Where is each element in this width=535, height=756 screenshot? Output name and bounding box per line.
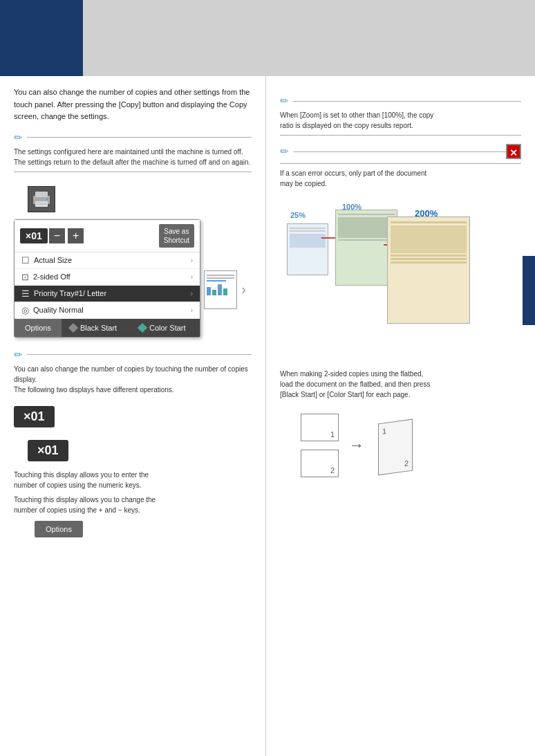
intro-text: You can also change the number of copies…	[14, 86, 252, 123]
page-1: 1	[301, 414, 339, 441]
main-content: You can also change the number of copies…	[0, 76, 535, 756]
zoom-label-200: 200%	[415, 208, 438, 219]
priority-tray-text: Priority Tray#1/ Letter	[34, 289, 191, 297]
header-gray-area	[83, 0, 535, 76]
actual-size-text: Actual Size	[34, 256, 191, 264]
note1-text: The settings configured here are maintai…	[14, 147, 252, 167]
pencil-icon-2: ✏	[14, 349, 23, 361]
black-start-button[interactable]: Black Start	[62, 319, 131, 337]
two-sided-diagram: 1 2 → 1 2	[301, 414, 521, 477]
actual-size-option[interactable]: ☐ Actual Size ›	[15, 252, 200, 269]
options-button[interactable]: Options	[15, 319, 62, 337]
two-sided-icon: ⊡	[21, 272, 29, 282]
priority-tray-option[interactable]: ☰ Priority Tray#1/ Letter ›	[15, 286, 200, 302]
two-sided-note-3: [Black Start] or [Color Start] for each …	[280, 389, 521, 400]
note3-line2: number of copies using the numeric keys.	[14, 480, 252, 490]
right-note1-line2: ratio is displayed on the copy results r…	[280, 120, 521, 131]
copies-control[interactable]: ×01 − +	[20, 228, 85, 243]
copies-display-area-1: ×01	[14, 403, 252, 430]
zoom-doc-25	[287, 223, 328, 275]
note2-line1: You can also change the number of copies…	[14, 364, 252, 385]
pencil-icon-1: ✏	[14, 131, 23, 144]
quality-arrow: ›	[191, 306, 193, 314]
left-column: You can also change the number of copies…	[0, 76, 266, 756]
two-sided-note-2: load the document on the flatbed, and th…	[280, 379, 521, 389]
right-note-block-1: ✏ When [Zoom] is set to other than [100%…	[280, 95, 521, 136]
note2-line2: The following two displays have differen…	[14, 385, 252, 395]
svg-rect-3	[37, 203, 46, 203]
right-note-header-2: ✏ ✕	[280, 144, 521, 159]
copies-minus-button[interactable]: −	[49, 228, 65, 243]
two-sided-note-1: When making 2-sided copies using the fla…	[280, 369, 521, 379]
pencil-icon-right-2: ✏	[280, 145, 289, 158]
zoom-doc-200	[387, 216, 470, 324]
note-block-2: ✏ You can also change the number of copi…	[14, 349, 252, 395]
note-header-2: ✏	[14, 349, 252, 361]
copies-plus-button[interactable]: +	[68, 228, 84, 243]
svg-rect-4	[37, 204, 46, 205]
pencil-icon-right-1: ✏	[280, 95, 289, 107]
actual-size-arrow: ›	[191, 257, 193, 264]
quality-icon: ◎	[21, 305, 29, 315]
zoom-illustration-area: 25% 100%	[280, 203, 521, 355]
zoom-label-25: 25%	[290, 211, 306, 219]
svg-rect-1	[35, 192, 48, 197]
note-header-1: ✏	[14, 131, 252, 144]
note3-line1: Touching this display allows you to ente…	[14, 470, 252, 480]
zoom-label-100: 100%	[342, 203, 362, 211]
two-sided-option[interactable]: ⊡ 2-sided Off ›	[15, 269, 200, 286]
priority-tray-arrow: ›	[191, 290, 193, 297]
printer-icon-area	[28, 186, 252, 212]
svg-point-5	[46, 198, 48, 200]
color-start-button[interactable]: Color Start	[131, 319, 200, 337]
doc-preview	[204, 270, 237, 309]
save-shortcut-button[interactable]: Save as Shortcut	[159, 224, 194, 248]
two-sided-arrow-icon: →	[349, 436, 364, 454]
note4-line1: Touching this display allows you to chan…	[14, 495, 252, 505]
options-standalone-button[interactable]: Options	[35, 521, 83, 537]
header-blue-box	[0, 0, 83, 76]
note4-line2: number of copies using the + and − keys.	[14, 505, 252, 515]
right-note2-line2: may be copied.	[280, 178, 521, 189]
copy-icon	[28, 186, 55, 212]
page-header	[0, 0, 535, 76]
black-diamond-icon	[68, 323, 78, 333]
two-sided-text: 2-sided Off	[33, 273, 191, 281]
right-note1-line1: When [Zoom] is set to other than [100%],…	[280, 110, 521, 120]
actual-size-icon: ☐	[21, 255, 30, 266]
two-sided-section: When making 2-sided copies using the fla…	[280, 369, 521, 477]
print-dialog: ×01 − + Save as Shortcut ☐ Actual Size ›…	[14, 219, 200, 338]
two-sided-arrow: ›	[191, 273, 193, 281]
copies-display-area-2: ×01	[14, 437, 252, 464]
right-column: ✏ When [Zoom] is set to other than [100%…	[266, 76, 535, 756]
copies-display-2[interactable]: ×01	[28, 440, 68, 461]
folded-page: 1 2	[375, 418, 416, 473]
note-block-1: ✏ The settings configured here are maint…	[14, 131, 252, 172]
red-x-icon: ✕	[506, 144, 521, 159]
quality-option[interactable]: ◎ Quality Normal ›	[15, 302, 200, 319]
right-note-block-2: ✏ ✕ If a scan error occurs, only part of…	[280, 144, 521, 189]
expand-arrow-icon: ›	[241, 282, 246, 297]
copies-label: ×01	[20, 228, 48, 243]
dialog-bottom-buttons: Options Black Start Color Start	[15, 319, 200, 337]
priority-tray-icon: ☰	[21, 288, 30, 299]
page-2: 2	[301, 450, 339, 477]
dialog-top: ×01 − + Save as Shortcut	[15, 220, 200, 252]
quality-text: Quality Normal	[33, 306, 191, 314]
color-start-label: Color Start	[149, 324, 186, 332]
right-note-header-1: ✏	[280, 95, 521, 107]
two-pages-stack: 1 2	[301, 414, 339, 477]
copies-display-1[interactable]: ×01	[14, 406, 55, 427]
right-note2-line1: If a scan error occurs, only part of the…	[280, 168, 521, 178]
green-diamond-icon	[138, 323, 147, 333]
black-start-label: Black Start	[80, 324, 117, 332]
